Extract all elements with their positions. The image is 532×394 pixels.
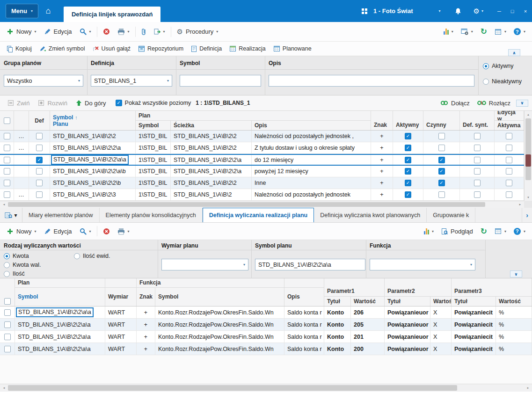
kopiuj-button[interactable]: Kopiuj [3,43,36,54]
row-select-checkbox[interactable] [4,157,10,163]
plan-symbol-cell[interactable]: STD_BILANS_1\A\B\2\2\a\a [16,307,94,317]
row-select-checkbox[interactable] [4,309,11,316]
symbol-filter-input[interactable] [180,75,261,87]
row-select-checkbox[interactable] [4,191,10,198]
repozytorium-button[interactable]: Repozytorium [134,43,187,54]
nowy-button[interactable]: Nowy ▾ [3,225,40,238]
def-synt-checkbox[interactable] [474,180,481,186]
rozwin-button[interactable]: Rozwiń [34,96,71,109]
column-group-plan[interactable]: Plan [136,111,371,121]
attachment-button[interactable] [138,25,150,38]
minimize-button[interactable]: ─ [493,0,506,22]
column-group-funkcja[interactable]: Funkcja [137,278,284,288]
edycja-aktywna-checkbox[interactable] [506,191,512,198]
detail-grid-row[interactable]: STD_BILANS_1\A\B\2\2\a\aWART+Konto.Rozr.… [0,306,532,319]
row-select-checkbox[interactable] [4,334,11,340]
kwota-wal-radio[interactable]: Kwota wal. [4,262,41,268]
podglad-button[interactable]: Podgląd [437,225,477,238]
scroll-up-icon[interactable]: ▲ [525,111,532,118]
zwin-button[interactable]: Zwiń [4,96,33,109]
aktywny-checkbox[interactable]: ✓ [405,191,411,198]
column-symbol[interactable]: Symbol [15,288,105,306]
bell-icon[interactable] [455,7,461,15]
scrollbar-thumb[interactable] [8,385,457,391]
grid-row[interactable]: …STD_BILANS_1\A\B\2\31\STD_BILSTD_BILANS… [0,189,524,201]
def-checkbox[interactable] [36,133,43,139]
czynny-checkbox[interactable]: ✓ [438,157,445,163]
column-group-parametr1[interactable]: Parametr1 [324,278,385,297]
funkcja-select[interactable]: ▾ [370,259,475,270]
nowy-button[interactable]: Nowy ▾ [3,25,40,38]
symbol-planu-cell[interactable]: STD_BILANS_1\A\B\2\2\b [53,180,121,186]
export-button[interactable]: ▾ [150,25,169,38]
pokaz-wszystkie-poziomy-checkbox[interactable]: ✓ Pokaż wszystkie poziomy [116,100,191,106]
dolacz-button[interactable]: Dołącz [437,96,474,109]
column-znak[interactable]: Znak [137,288,155,306]
realizacja-button[interactable]: Realizacja [226,43,270,54]
symbol-planu-cell[interactable]: STD_BILANS_1\A\B\2\2\a\a [51,155,129,165]
czynny-checkbox[interactable]: ✓ [438,180,445,186]
column-sciezka[interactable]: Ścieżka [171,121,252,130]
czynny-checkbox[interactable] [438,191,445,198]
edycja-aktywna-checkbox[interactable] [506,168,512,175]
collapse-ribbon-button[interactable]: ∧ [508,49,520,56]
def-checkbox[interactable] [36,145,43,151]
column-def-synt[interactable]: Def. synt. [460,111,495,130]
symbol-planu-cell[interactable]: STD_BILANS_1\A\B\2\3 [53,191,116,198]
column-p1-wartosc[interactable]: Wartość [351,297,385,306]
close-button[interactable]: × [519,0,532,22]
row-select-checkbox[interactable] [4,133,10,139]
grid-settings-button[interactable]: ▾ [457,25,477,38]
search-button[interactable]: ▾ [76,225,95,238]
column-group-plan[interactable]: Plan [15,278,105,288]
grid-row[interactable]: STD_BILANS_1\A\B\2\2\b1\STD_BILSTD_BILAN… [0,177,524,189]
tab-definicja-wyliczania-kwot-planowanych[interactable]: Definicja wyliczania kwot planowanych [314,208,427,222]
symbol-planu-cell[interactable]: STD_BILANS_1\A\B\2\2\a [53,145,121,151]
symbol-planu-input[interactable] [255,259,365,270]
menu-button[interactable]: Menu ▾ [6,4,38,18]
def-synt-checkbox[interactable] [474,157,481,163]
help-button[interactable]: ? ▾ [510,225,529,238]
column-wymiar[interactable]: Wymiar [105,288,137,306]
settings-chevron-icon[interactable]: ▾ [481,9,483,13]
edycja-aktywna-checkbox[interactable] [506,180,512,186]
column-plan-symbol[interactable]: Symbol [136,121,171,130]
column-funkcja-symbol[interactable]: Symbol [155,288,284,306]
plan-symbol-cell[interactable]: STD_BILANS_1\A\B\2\2\a\a [18,334,91,340]
ilosc-ewid-radio[interactable]: Ilość ewid. [74,253,110,259]
maximize-button[interactable]: □ [506,0,519,22]
view-filter-button[interactable]: ▾ [0,208,22,222]
grid-row[interactable]: …STD_BILANS_1\A\B\2\21\STD_BILSTD_BILANS… [0,131,524,142]
horizontal-scrollbar[interactable]: ◄ ► [0,201,524,208]
aktywny-checkbox[interactable]: ✓ [405,145,411,151]
detail-grid-row[interactable]: STD_BILANS_1\A\B\2\2\a\aWART+Konto.Rozr.… [0,331,532,343]
def-synt-checkbox[interactable] [474,191,481,198]
vertical-scrollbar[interactable]: ▲ ▼ [524,111,532,201]
main-grid-header[interactable]: Def Symbol↑ Planu Plan Symbol Ścieżka Op… [0,111,524,131]
scroll-left-icon[interactable]: ◄ [0,384,8,392]
column-p2-wartosc[interactable]: Wartość [430,297,452,306]
row-select-checkbox[interactable] [4,346,11,352]
kwota-radio[interactable]: Kwota [4,253,29,259]
column-group-parametr2[interactable]: Parametr2 [385,278,452,297]
def-synt-checkbox[interactable] [474,168,481,175]
wymiar-planu-select[interactable]: ▾ [161,259,248,270]
edycja-aktywna-checkbox[interactable] [506,133,512,139]
chart-button[interactable]: ▾ [440,25,457,38]
row-select-checkbox[interactable] [4,145,10,151]
def-checkbox[interactable] [36,191,43,198]
column-opis[interactable]: Opis [284,288,324,306]
procedury-button[interactable]: ⚙ Procedury ▾ [173,25,222,38]
usun-galaz-button[interactable]: Usuń gałąź [89,43,135,54]
row-select-checkbox[interactable] [4,168,10,175]
column-aktywna[interactable]: Aktywna [495,121,524,130]
column-p3-tytul[interactable]: Tytuł [452,297,496,306]
symbol-planu-cell[interactable]: STD_BILANS_1\A\B\2\2 [53,133,116,139]
definicja-button[interactable]: Definicja [187,43,226,54]
layout-button[interactable]: ▾ [491,225,510,238]
column-opis[interactable]: Opis [252,121,371,130]
print-button[interactable]: ▾ [114,225,133,238]
czynny-checkbox[interactable] [438,145,445,151]
ilosc-radio[interactable]: Ilość [4,270,25,277]
row-select-checkbox[interactable] [4,180,10,186]
